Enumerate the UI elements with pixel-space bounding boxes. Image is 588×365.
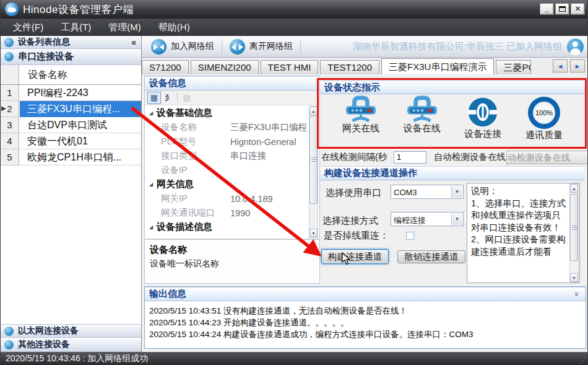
gateway-online-label: 网关在线 — [342, 123, 379, 134]
other-devices-section[interactable]: 其他连接设备 — [1, 338, 141, 352]
interval-label: 在线检测间隔(秒 — [321, 151, 394, 163]
device-row[interactable]: 5 欧姆龙CP1H串口销... — [1, 149, 141, 165]
grid-property[interactable]: 网关通讯端口 1990 — [145, 206, 308, 220]
menu-file[interactable]: 文件(F) — [4, 20, 52, 35]
grid-category[interactable]: ◢ 设备描述信息 — [145, 220, 308, 234]
leave-network-icon — [230, 39, 245, 55]
close-button[interactable]: ✕ — [571, 3, 585, 15]
property-value[interactable]: 1990 — [230, 208, 307, 218]
connect-mode-label: 选择连接方式 — [322, 215, 378, 227]
scroll-down-icon[interactable]: ▼ — [309, 229, 318, 237]
alphabetical-sort-button[interactable]: AZ ↓ — [161, 92, 175, 104]
grid-category[interactable]: ◢ 设备基础信息 — [145, 106, 308, 120]
status-indicators: 网关在线 设备在线 设备连接 — [320, 95, 585, 147]
expander-icon[interactable]: ◢ — [149, 110, 157, 116]
leave-network-button[interactable]: 离开网络组 — [224, 38, 298, 55]
comm-quality-value: 100% — [534, 103, 554, 123]
manual-detect-button[interactable]: 动检测设备在线 — [506, 151, 588, 164]
log-line: 2020/5/15 10:44:23 开始构建设备连接通道。。。。。 — [149, 317, 581, 328]
property-grid-scrollbar[interactable]: ▲ ▼ — [309, 106, 318, 238]
interval-input[interactable] — [394, 151, 426, 164]
tab-mitsubishi-fx3u-active[interactable]: 三菱FX3U串口编程演示 — [381, 58, 494, 74]
device-name[interactable]: 三菱FX3U串口编程... — [20, 101, 141, 117]
detection-settings-row: 在线检测间隔(秒 自动检测设备在线 动检测设备在线 — [320, 149, 588, 165]
chevron-down-icon[interactable]: ▾ — [451, 186, 462, 198]
grid-property[interactable]: 网关IP 10.0.4.189 — [145, 191, 308, 206]
note-scrollbar[interactable]: ▲ ▼ — [569, 183, 579, 283]
device-name[interactable]: PPI编程-2243 — [20, 85, 141, 101]
serial-devices-section[interactable]: 串口连接设备 — [1, 49, 141, 65]
grid-property[interactable]: 接口类型 串口连接 — [145, 149, 308, 163]
output-log-area[interactable]: 2020/5/15 10:43:51 没有构建连接通道，无法自动检测设备是否在线… — [145, 301, 586, 348]
comm-quality-icon: 100% — [528, 97, 560, 129]
sidebar-header-label: 设备列表信息 — [18, 37, 70, 48]
scrollbar-thumb[interactable] — [309, 116, 318, 204]
collapse-output-icon[interactable]: » — [573, 292, 582, 296]
tab-mitsubishi-pg[interactable]: 三菱PG演 — [496, 60, 531, 74]
row-number-gutter — [1, 65, 19, 84]
device-list-icon — [4, 38, 14, 47]
category-label: 设备描述信息 — [157, 221, 212, 233]
collapse-sidebar-icon[interactable]: « — [131, 37, 136, 47]
device-connect-indicator: 设备连接 — [454, 95, 511, 147]
row-number: 5 — [1, 149, 19, 165]
grid-property[interactable]: PLC型号 Hignton-General — [145, 134, 308, 149]
serial-port-label: 选择使用串口 — [326, 187, 381, 199]
tab-simenzi200[interactable]: SIMENZI200 — [191, 60, 259, 74]
expander-icon[interactable]: ◢ — [149, 182, 157, 187]
property-value[interactable]: Hignton-General — [230, 137, 307, 147]
connect-mode-select[interactable]: 编程连接 ▾ — [391, 212, 464, 226]
device-name[interactable]: 欧姆龙CP1H串口销... — [20, 149, 141, 165]
app-window: Hinode设备管理客户端 _ ✕ 文件(F) 工具(T) 管理(M) 帮助(H… — [0, 0, 588, 365]
tab-scroll-right-icon[interactable]: ▸ — [570, 59, 585, 73]
other-section-icon — [4, 340, 14, 350]
tab-s71200[interactable]: S71200 — [142, 60, 189, 74]
row-number: 1 — [1, 85, 19, 101]
ethernet-devices-section[interactable]: 以太网连接设备 — [1, 324, 141, 338]
device-online-label: 设备在线 — [404, 123, 441, 134]
reconnect-checkbox[interactable] — [406, 232, 414, 240]
maximize-button[interactable] — [555, 3, 569, 15]
device-name[interactable]: 台达DVP串口测试 — [20, 117, 141, 133]
destroy-channel-button[interactable]: 散销连接通道 — [397, 250, 465, 263]
other-section-label: 其他连接设备 — [18, 339, 70, 350]
join-network-button[interactable]: 加入网络组 — [145, 38, 220, 55]
categorized-view-button[interactable]: ▦ — [147, 92, 161, 104]
scrollbar-thumb[interactable] — [570, 194, 578, 261]
device-row[interactable]: 1 PPI编程-2243 — [1, 85, 141, 101]
tab-scroll-left-icon[interactable]: ◂ — [553, 59, 568, 73]
chevron-down-icon[interactable]: ▾ — [451, 213, 462, 225]
menu-tools[interactable]: 工具(T) — [52, 20, 100, 35]
scroll-up-icon[interactable]: ▲ — [570, 184, 578, 193]
minimize-button[interactable]: _ — [540, 3, 554, 15]
property-value[interactable]: 三菱FX3U串口编程 — [230, 121, 307, 133]
property-name: 设备名称 — [161, 121, 230, 133]
toolbar-separator — [300, 39, 301, 54]
tab-test1200[interactable]: TEST1200 — [320, 60, 379, 74]
property-value[interactable]: 10.0.4.189 — [230, 194, 307, 204]
device-row-selected[interactable]: 2 ▶ 三菱FX3U串口编程... — [1, 101, 141, 117]
expander-icon[interactable]: ◢ — [149, 224, 157, 230]
grid-category[interactable]: ◢ 网关信息 — [145, 177, 308, 191]
scroll-down-icon[interactable]: ▼ — [570, 273, 578, 282]
serial-port-select[interactable]: COM3 ▾ — [391, 185, 464, 199]
ethernet-section-icon — [4, 327, 14, 336]
menu-manage[interactable]: 管理(M) — [100, 20, 150, 35]
grid-property[interactable]: 设备名称 三菱FX3U串口编程 — [145, 120, 308, 134]
resize-grip-icon[interactable]: ⋰ — [580, 356, 587, 364]
gateway-online-icon — [343, 95, 379, 122]
property-value[interactable]: 串口连接 — [230, 150, 307, 162]
build-channel-button[interactable]: 构建连接通道 — [321, 249, 389, 264]
device-row[interactable]: 4 安徽一代机01 — [1, 133, 141, 149]
grid-property[interactable]: 设备IP — [145, 163, 308, 177]
device-name[interactable]: 安徽一代机01 — [20, 133, 141, 149]
title-bar: Hinode设备管理客户端 _ ✕ — [1, 0, 588, 19]
user-avatar[interactable] — [567, 38, 584, 55]
device-info-header: 设备信息 — [145, 76, 319, 90]
device-row[interactable]: 3 台达DVP串口测试 — [1, 117, 141, 133]
auto-detect-label: 自动检测设备在线 — [434, 151, 506, 163]
scroll-up-icon[interactable]: ▲ — [309, 107, 318, 115]
tab-test-hmi[interactable]: TEST HMI — [261, 60, 319, 74]
menu-help[interactable]: 帮助(H) — [150, 20, 199, 35]
join-network-label: 加入网络组 — [171, 41, 214, 52]
